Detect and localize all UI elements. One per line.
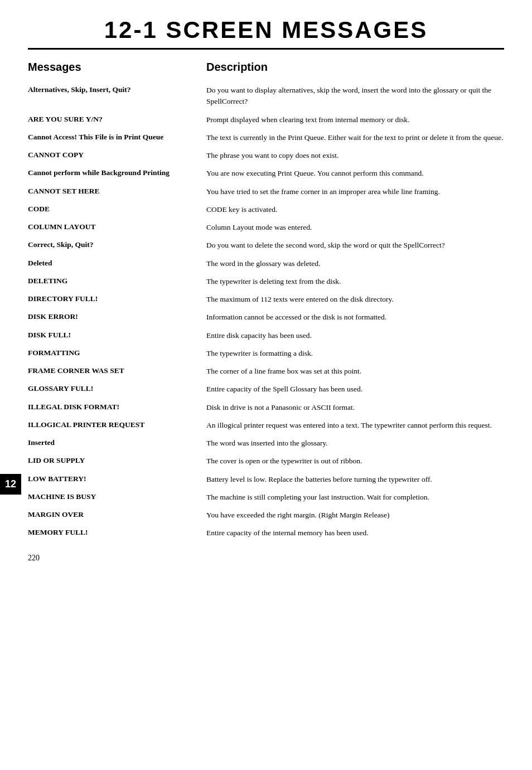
message-description: Entire capacity of the internal memory h…: [206, 527, 504, 539]
message-description: The cover is open or the typewriter is o…: [206, 456, 504, 467]
message-name: MACHINE IS BUSY: [28, 492, 206, 502]
message-name: GLOSSARY FULL!: [28, 384, 206, 394]
message-description: The machine is still completing your las…: [206, 492, 504, 503]
message-description: You have exceeded the right margin. (Rig…: [206, 510, 504, 521]
message-name: Correct, Skip, Quit?: [28, 240, 206, 250]
table-row: ARE YOU SURE Y/N?Prompt displayed when c…: [28, 114, 504, 125]
message-name: Inserted: [28, 438, 206, 448]
message-description: The phrase you want to copy does not exi…: [206, 150, 504, 161]
message-name: FORMATTING: [28, 348, 206, 359]
message-description: The word was inserted into the glossary.: [206, 438, 504, 449]
message-name: ARE YOU SURE Y/N?: [28, 114, 206, 125]
table-row: InsertedThe word was inserted into the g…: [28, 438, 504, 449]
message-name: Cannot perform while Background Printing: [28, 168, 206, 178]
message-name: LID OR SUPPLY: [28, 456, 206, 466]
table-row: ILLEGAL DISK FORMAT!Disk in drive is not…: [28, 402, 504, 413]
table-row: MACHINE IS BUSYThe machine is still comp…: [28, 492, 504, 503]
message-description: The word in the glossary was deleted.: [206, 258, 504, 269]
message-name: ILLEGAL DISK FORMAT!: [28, 402, 206, 413]
message-description: CODE key is activated.: [206, 204, 504, 215]
message-name: DELETING: [28, 276, 206, 287]
message-description: Information cannot be accessed or the di…: [206, 312, 504, 323]
message-description: Prompt displayed when clearing text from…: [206, 114, 504, 125]
message-name: CANNOT COPY: [28, 150, 206, 161]
table-row: FORMATTINGThe typewriter is formatting a…: [28, 348, 504, 359]
message-description: You are now executing Print Queue. You c…: [206, 168, 504, 179]
table-row: Correct, Skip, Quit?Do you want to delet…: [28, 240, 504, 251]
table-row: LOW BATTERY!Battery level is low. Replac…: [28, 474, 504, 485]
message-description: Do you want to delete the second word, s…: [206, 240, 504, 251]
message-name: DISK ERROR!: [28, 312, 206, 322]
table-row: LID OR SUPPLYThe cover is open or the ty…: [28, 456, 504, 467]
message-name: LOW BATTERY!: [28, 474, 206, 485]
message-name: ILLOGICAL PRINTER REQUEST: [28, 420, 206, 430]
table-row: DIRECTORY FULL!The maximum of 112 texts …: [28, 294, 504, 305]
table-row: DELETINGThe typewriter is deleting text …: [28, 276, 504, 287]
message-name: COLUMN LAYOUT: [28, 222, 206, 233]
message-name: Cannot Access! This File is in Print Que…: [28, 132, 206, 143]
message-name: MARGIN OVER: [28, 510, 206, 520]
message-description: Battery level is low. Replace the batter…: [206, 474, 504, 485]
message-name: MEMORY FULL!: [28, 527, 206, 538]
table-row: CANNOT SET HEREYou have tried to set the…: [28, 186, 504, 197]
message-description: Entire disk capacity has been used.: [206, 330, 504, 341]
table-row: COLUMN LAYOUTColumn Layout mode was ente…: [28, 222, 504, 233]
message-name: Alternatives, Skip, Insert, Quit?: [28, 85, 206, 95]
table-row: Alternatives, Skip, Insert, Quit?Do you …: [28, 85, 504, 108]
table-row: MARGIN OVERYou have exceeded the right m…: [28, 510, 504, 521]
table-row: DeletedThe word in the glossary was dele…: [28, 258, 504, 269]
message-description: The text is currently in the Print Queue…: [206, 132, 504, 143]
message-name: DISK FULL!: [28, 330, 206, 341]
message-name: CODE: [28, 204, 206, 215]
table-row: CANNOT COPYThe phrase you want to copy d…: [28, 150, 504, 161]
message-description: Disk in drive is not a Panasonic or ASCI…: [206, 402, 504, 413]
page-title: 12-1 SCREEN MESSAGES: [28, 17, 504, 43]
messages-column-header: Messages: [28, 61, 206, 74]
message-description: You have tried to set the frame corner i…: [206, 186, 504, 197]
messages-table: Alternatives, Skip, Insert, Quit?Do you …: [28, 85, 504, 539]
message-description: Do you want to display alternatives, ski…: [206, 85, 504, 108]
message-name: Deleted: [28, 258, 206, 269]
table-row: Cannot Access! This File is in Print Que…: [28, 132, 504, 143]
page-header: 12-1 SCREEN MESSAGES: [28, 17, 504, 50]
table-row: GLOSSARY FULL!Entire capacity of the Spe…: [28, 384, 504, 395]
page: 12-1 SCREEN MESSAGES Messages Descriptio…: [0, 0, 532, 574]
message-description: The typewriter is deleting text from the…: [206, 276, 504, 287]
message-description: Entire capacity of the Spell Glossary ha…: [206, 384, 504, 395]
table-row: ILLOGICAL PRINTER REQUESTAn illogical pr…: [28, 420, 504, 431]
column-headers: Messages Description: [28, 61, 504, 76]
table-row: FRAME CORNER WAS SETThe corner of a line…: [28, 366, 504, 377]
message-description: The corner of a line frame box was set a…: [206, 366, 504, 377]
table-row: DISK FULL!Entire disk capacity has been …: [28, 330, 504, 341]
table-row: DISK ERROR!Information cannot be accesse…: [28, 312, 504, 323]
message-description: Column Layout mode was entered.: [206, 222, 504, 233]
chapter-tab: 12: [0, 474, 21, 495]
description-column-header: Description: [206, 61, 504, 74]
table-row: Cannot perform while Background Printing…: [28, 168, 504, 179]
table-row: CODECODE key is activated.: [28, 204, 504, 215]
table-row: MEMORY FULL!Entire capacity of the inter…: [28, 527, 504, 539]
message-description: The typewriter is formatting a disk.: [206, 348, 504, 359]
message-description: The maximum of 112 texts were entered on…: [206, 294, 504, 305]
message-name: CANNOT SET HERE: [28, 186, 206, 197]
message-name: DIRECTORY FULL!: [28, 294, 206, 304]
message-name: FRAME CORNER WAS SET: [28, 366, 206, 376]
message-description: An illogical printer request was entered…: [206, 420, 504, 431]
page-number: 220: [28, 554, 40, 563]
